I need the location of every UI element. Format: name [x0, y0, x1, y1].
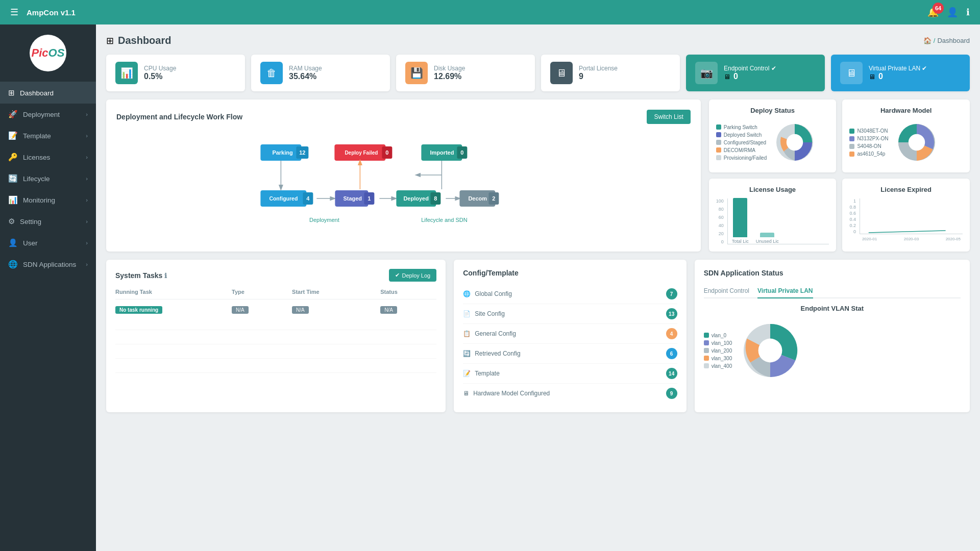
sidebar-item-monitoring[interactable]: 📊 Monitoring ›	[0, 189, 96, 211]
ram-label: RAM Usage	[289, 65, 322, 72]
license-expired-chart: 1 0.8 0.6 0.4 0.2 0	[849, 198, 963, 234]
endpoint-icon: 📷	[695, 62, 718, 84]
tab-endpoint-control[interactable]: Endpoint Control	[704, 284, 749, 298]
legend-dot	[704, 356, 709, 361]
config-item-count: 4	[666, 328, 677, 339]
licenses-icon: 🔑	[8, 153, 18, 162]
info-icon[interactable]: ℹ	[966, 7, 970, 18]
svg-text:12: 12	[299, 149, 305, 156]
legend-item: DECOM/RMA	[716, 147, 767, 153]
legend-label: vlan_400	[712, 363, 732, 369]
system-tasks-card: System Tasks ℹ ✔ Deploy Log Running Task…	[106, 260, 446, 412]
svg-text:1: 1	[368, 195, 371, 202]
dashboard-icon: ⊞	[106, 35, 114, 46]
deploy-log-button[interactable]: ✔ Deploy Log	[389, 269, 437, 282]
disk-label: Disk Usage	[434, 65, 465, 72]
workflow-diagram: Parking 12 Deploy Failed 0 Imported 0	[116, 134, 691, 226]
config-item[interactable]: 📄 Site Config 13	[463, 304, 677, 324]
notification-area[interactable]: 🔔 64	[927, 7, 939, 18]
sidebar-item-setting[interactable]: ⚙ Setting ›	[0, 211, 96, 232]
main-content: ⊞ Dashboard 🏠 / Dashboard 📊 CPU Usage 0.…	[96, 24, 980, 551]
sidebar-item-template[interactable]: 📝 Template ›	[0, 125, 96, 146]
tasks-table-header: Running Task Type Start Time Status	[115, 289, 436, 299]
sidebar-item-dashboard[interactable]: ⊞ Dashboard	[0, 82, 96, 104]
tasks-header: System Tasks ℹ ✔ Deploy Log	[115, 269, 436, 282]
stat-card-cpu[interactable]: 📊 CPU Usage 0.5%	[106, 55, 245, 91]
legend-dot	[849, 136, 854, 141]
col-running-task: Running Task	[115, 289, 228, 295]
svg-text:Decom: Decom	[468, 195, 487, 202]
chevron-right-icon: ›	[86, 240, 88, 246]
portal-icon: 🖥	[550, 62, 573, 84]
chevron-right-icon: ›	[86, 111, 88, 117]
x-label: 2020-01	[862, 237, 877, 241]
x-label: 2020-03	[904, 237, 919, 241]
sidebar-item-licenses[interactable]: 🔑 Licenses ›	[0, 146, 96, 168]
svg-point-40	[908, 134, 924, 151]
nav-item-inner: ⊞ Dashboard	[8, 88, 54, 97]
disk-value: 12.69%	[434, 72, 465, 81]
breadcrumb-current: Dashboard	[937, 37, 970, 44]
svg-text:Deployed: Deployed	[403, 195, 429, 202]
svg-point-42	[758, 339, 782, 363]
sdn-icon: 🌐	[8, 260, 18, 269]
svg-text:Staged: Staged	[343, 195, 362, 202]
cpu-value: 0.5%	[144, 72, 176, 81]
logo: PicOS	[30, 35, 66, 71]
notification-badge: 64	[933, 3, 944, 14]
chevron-right-icon: ›	[86, 261, 88, 267]
sidebar-item-label: Dashboard	[20, 89, 54, 97]
deployment-icon: 🚀	[8, 110, 18, 119]
legend-label: vlan_100	[712, 340, 732, 346]
x-label: 2020-05	[946, 237, 961, 241]
legend-label: DECOM/RMA	[724, 147, 755, 153]
legend-dot	[704, 340, 709, 345]
stat-card-ram[interactable]: 🗑 RAM Usage 35.64%	[251, 55, 390, 91]
tab-virtual-private-lan[interactable]: Virtual Private LAN	[757, 284, 813, 298]
sdn-header: SDN Application Status	[704, 269, 961, 277]
config-item-label: Global Config	[475, 290, 512, 297]
line-chart-area: 2020-01 2020-03 2020-05	[860, 198, 963, 234]
table-row: No task running N/A N/A N/A	[115, 304, 436, 316]
config-template-card: Config/Template 🌐 Global Config 7 📄 Site…	[454, 260, 686, 412]
sdn-app-card: SDN Application Status Endpoint Control …	[695, 260, 970, 412]
y-label: 80	[716, 207, 724, 212]
bar-fill	[760, 233, 774, 237]
vpn-icon: 🖥	[840, 62, 863, 84]
sidebar-item-deployment[interactable]: 🚀 Deployment ›	[0, 104, 96, 125]
license-usage-card: License Usage 100 80 60 40 20 0	[709, 179, 837, 252]
stat-card-vpn[interactable]: 🖥 Virtual Private LAN ✔ 🖥 0	[831, 55, 970, 91]
user-icon[interactable]: 👤	[947, 7, 958, 18]
y-label: 1	[849, 198, 856, 204]
config-item[interactable]: 📋 General Config 4	[463, 324, 677, 344]
config-header: Config/Template	[463, 269, 677, 277]
config-item-left: 🌐 Global Config	[463, 290, 512, 297]
chevron-right-icon: ›	[86, 154, 88, 160]
legend-item: N3048ET-ON	[849, 128, 888, 134]
config-item[interactable]: 🔄 Retrieved Config 6	[463, 344, 677, 364]
sdn-title: SDN Application Status	[704, 269, 783, 277]
nav-menu: ⊞ Dashboard 🚀 Deployment › 📝 Template › …	[0, 82, 96, 275]
switch-list-button[interactable]: Switch List	[647, 110, 690, 124]
config-item[interactable]: 🖥 Hardware Model Configured 9	[463, 384, 677, 403]
hamburger-icon[interactable]: ☰	[10, 7, 18, 18]
legend-item: vlan_100	[704, 340, 732, 346]
sidebar-item-label: Template	[23, 132, 51, 140]
stat-card-disk[interactable]: 💾 Disk Usage 12.69%	[396, 55, 535, 91]
legend-label: vlan_200	[712, 348, 732, 354]
stat-card-portal[interactable]: 🖥 Portal License 9	[541, 55, 680, 91]
col-status: Status	[380, 289, 436, 295]
svg-point-38	[787, 134, 803, 151]
sidebar-item-user[interactable]: 👤 User ›	[0, 232, 96, 254]
config-item-label: General Config	[475, 330, 516, 337]
sidebar-item-sdn[interactable]: 🌐 SDN Applications ›	[0, 254, 96, 275]
stat-card-endpoint[interactable]: 📷 Endpoint Control ✔ 🖥 0	[686, 55, 825, 91]
config-item[interactable]: 🌐 Global Config 7	[463, 284, 677, 304]
sidebar-item-lifecycle[interactable]: 🔄 Lifecycle ›	[0, 168, 96, 189]
topbar-left: ☰ AmpCon v1.1	[10, 7, 76, 18]
breadcrumb-home[interactable]: 🏠	[923, 37, 932, 44]
sidebar-item-label: Monitoring	[23, 196, 55, 204]
config-item[interactable]: 📝 Template 14	[463, 364, 677, 384]
bottom-row: System Tasks ℹ ✔ Deploy Log Running Task…	[106, 260, 970, 412]
ram-info: RAM Usage 35.64%	[289, 65, 322, 81]
